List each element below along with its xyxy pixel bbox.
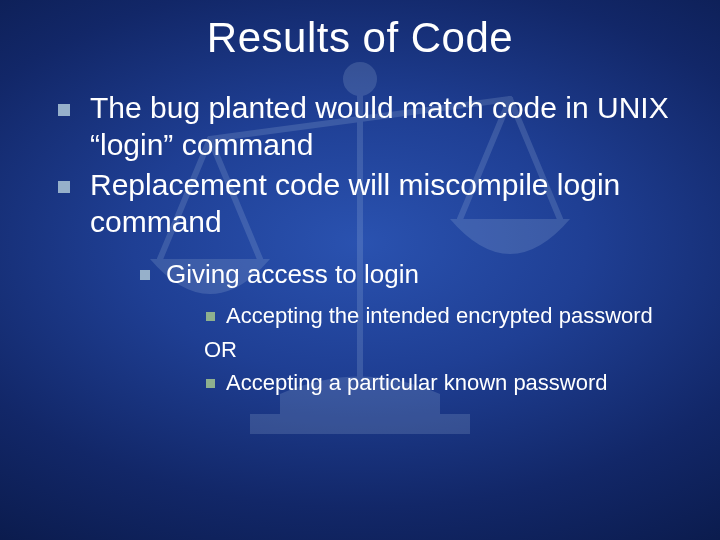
list-item: The bug planted would match code in UNIX… <box>48 90 690 163</box>
bullet-list: The bug planted would match code in UNIX… <box>0 90 720 398</box>
list-item: OR <box>200 335 690 365</box>
slide-content: Results of Code The bug planted would ma… <box>0 0 720 398</box>
bullet-text: Giving access to login <box>166 259 419 289</box>
bullet-text: Replacement code will miscompile login c… <box>90 168 620 238</box>
list-item: Accepting a particular known password <box>200 368 690 398</box>
svg-rect-7 <box>250 414 470 434</box>
bullet-text: Accepting a particular known password <box>226 370 608 395</box>
slide: Results of Code The bug planted would ma… <box>0 0 720 540</box>
list-item: Accepting the intended encrypted passwor… <box>200 301 690 331</box>
slide-title: Results of Code <box>0 0 720 62</box>
bullet-list-lvl3: Accepting the intended encrypted passwor… <box>166 301 690 398</box>
bullet-text: The bug planted would match code in UNIX… <box>90 91 669 161</box>
bullet-text: Accepting the intended encrypted passwor… <box>226 303 653 328</box>
bullet-text: OR <box>204 337 237 362</box>
list-item: Giving access to login Accepting the int… <box>132 258 690 398</box>
list-item: Replacement code will miscompile login c… <box>48 167 690 398</box>
bullet-list-lvl2: Giving access to login Accepting the int… <box>90 258 690 398</box>
